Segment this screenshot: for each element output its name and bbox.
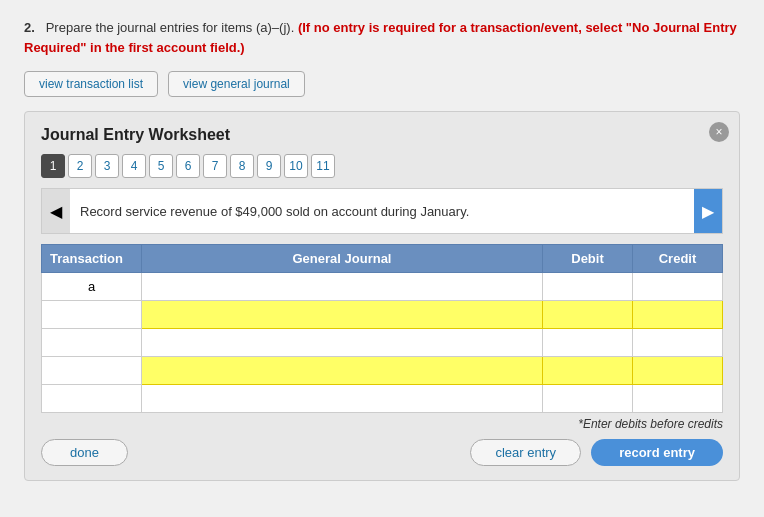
journal-input-1[interactable] (142, 273, 543, 301)
tab-8[interactable]: 8 (230, 154, 254, 178)
clear-entry-button[interactable]: clear entry (470, 439, 581, 466)
bottom-buttons-bar: done clear entry record entry (41, 439, 723, 466)
next-nav-button[interactable]: ▶ (694, 189, 722, 233)
record-entry-button[interactable]: record entry (591, 439, 723, 466)
tab-5[interactable]: 5 (149, 154, 173, 178)
description-row: ◀ Record service revenue of $49,000 sold… (41, 188, 723, 234)
debit-input-4[interactable] (543, 357, 633, 385)
debit-input-1[interactable] (543, 273, 633, 301)
transaction-label-5 (42, 385, 142, 413)
view-transaction-list-button[interactable]: view transaction list (24, 71, 158, 97)
close-button[interactable]: × (709, 122, 729, 142)
prev-nav-button[interactable]: ◀ (42, 189, 70, 233)
journal-input-5[interactable] (142, 385, 543, 413)
table-row: a (42, 273, 723, 301)
enter-debits-note: *Enter debits before credits (41, 417, 723, 431)
credit-input-5[interactable] (633, 385, 723, 413)
journal-input-3[interactable] (142, 329, 543, 357)
instructions: 2. Prepare the journal entries for items… (24, 18, 740, 57)
debit-input-3[interactable] (543, 329, 633, 357)
credit-input-4[interactable] (633, 357, 723, 385)
journal-input-2[interactable] (142, 301, 543, 329)
table-row (42, 329, 723, 357)
journal-table: Transaction General Journal Debit Credit… (41, 244, 723, 413)
tab-4[interactable]: 4 (122, 154, 146, 178)
tab-2[interactable]: 2 (68, 154, 92, 178)
header-transaction: Transaction (42, 245, 142, 273)
journal-input-4[interactable] (142, 357, 543, 385)
worksheet-title: Journal Entry Worksheet (41, 126, 723, 144)
credit-input-2[interactable] (633, 301, 723, 329)
transaction-label-3 (42, 329, 142, 357)
header-debit: Debit (543, 245, 633, 273)
top-buttons-bar: view transaction list view general journ… (24, 71, 740, 97)
description-text: Record service revenue of $49,000 sold o… (70, 189, 694, 233)
tab-7[interactable]: 7 (203, 154, 227, 178)
credit-input-3[interactable] (633, 329, 723, 357)
instruction-range: (a)–(j). (256, 20, 294, 35)
header-general-journal: General Journal (142, 245, 543, 273)
header-credit: Credit (633, 245, 723, 273)
instruction-number: 2. (24, 20, 35, 35)
debit-input-2[interactable] (543, 301, 633, 329)
credit-input-1[interactable] (633, 273, 723, 301)
view-general-journal-button[interactable]: view general journal (168, 71, 305, 97)
table-row (42, 357, 723, 385)
tab-3[interactable]: 3 (95, 154, 119, 178)
transaction-label-a: a (42, 273, 142, 301)
done-button[interactable]: done (41, 439, 128, 466)
tab-1[interactable]: 1 (41, 154, 65, 178)
transaction-label-2 (42, 301, 142, 329)
page-tabs: 1 2 3 4 5 6 7 8 9 10 11 (41, 154, 723, 178)
tab-10[interactable]: 10 (284, 154, 308, 178)
instruction-text: Prepare the journal entries for items (46, 20, 256, 35)
tab-9[interactable]: 9 (257, 154, 281, 178)
tab-6[interactable]: 6 (176, 154, 200, 178)
transaction-label-4 (42, 357, 142, 385)
tab-11[interactable]: 11 (311, 154, 335, 178)
table-row (42, 385, 723, 413)
table-row (42, 301, 723, 329)
journal-entry-worksheet: Journal Entry Worksheet × 1 2 3 4 5 6 7 … (24, 111, 740, 481)
debit-input-5[interactable] (543, 385, 633, 413)
